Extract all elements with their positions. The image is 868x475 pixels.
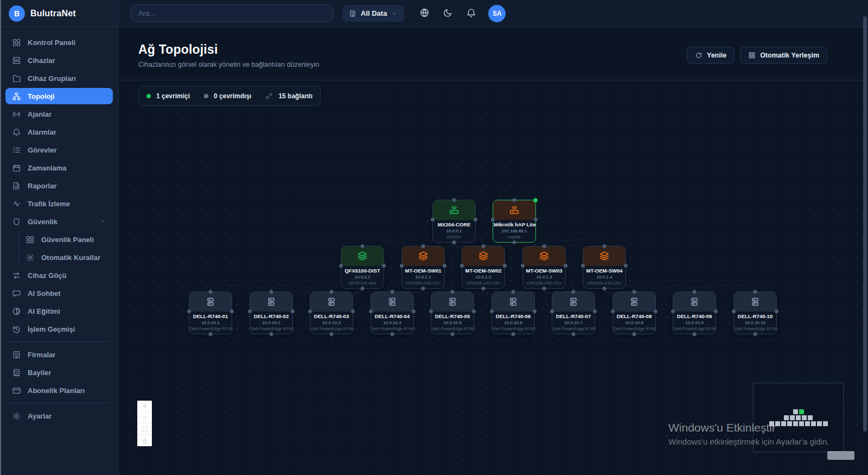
topology-node-dell-r740-02[interactable]: DELL-R740-0210.0.10.2Dell PowerEdge R740 bbox=[250, 292, 293, 334]
connection-handle[interactable] bbox=[693, 332, 697, 336]
auto-layout-button[interactable]: Otomatik Yerleşim bbox=[740, 47, 827, 64]
connection-handle[interactable] bbox=[534, 218, 538, 221]
connection-handle[interactable] bbox=[472, 309, 476, 313]
connection-handle[interactable] bbox=[339, 264, 343, 268]
topology-node-mt-oem-sw02[interactable]: MT-OEM-SW0210.0.1.2CRS326-24G-2S+ bbox=[462, 246, 505, 289]
connection-handle[interactable] bbox=[491, 218, 495, 221]
data-scope-dropdown[interactable]: All Data bbox=[342, 5, 404, 22]
connection-handle[interactable] bbox=[572, 290, 576, 294]
connection-handle[interactable] bbox=[248, 309, 252, 313]
sidebar-item-bayiler[interactable]: Bayiler bbox=[5, 364, 113, 381]
theme-toggle-button[interactable] bbox=[443, 8, 453, 20]
connection-handle[interactable] bbox=[654, 309, 658, 313]
connection-handle[interactable] bbox=[422, 287, 425, 290]
fit-view-button[interactable] bbox=[137, 423, 152, 435]
connection-handle[interactable] bbox=[572, 332, 576, 336]
connection-handle[interactable] bbox=[230, 309, 234, 313]
connection-handle[interactable] bbox=[482, 287, 486, 290]
topology-node-mx204-core[interactable]: MX204-CORE10.0.0.1MX204 bbox=[432, 200, 476, 243]
connection-handle[interactable] bbox=[452, 240, 456, 244]
connection-handle[interactable] bbox=[542, 287, 546, 290]
sidebar-item-raporlar[interactable]: Raporlar bbox=[5, 178, 113, 194]
connection-handle[interactable] bbox=[633, 290, 636, 294]
connection-handle[interactable] bbox=[732, 309, 736, 313]
sidebar-item-trafik-i-zleme[interactable]: Trafik İzleme bbox=[5, 195, 113, 212]
connection-handle[interactable] bbox=[714, 309, 718, 313]
connection-handle[interactable] bbox=[330, 332, 334, 336]
connection-handle[interactable] bbox=[754, 290, 757, 294]
connection-handle[interactable] bbox=[361, 244, 365, 248]
connection-handle[interactable] bbox=[412, 309, 416, 313]
connection-handle[interactable] bbox=[581, 264, 585, 268]
minimap[interactable] bbox=[753, 383, 844, 452]
connection-handle[interactable] bbox=[474, 218, 477, 221]
notifications-button[interactable] bbox=[466, 8, 476, 20]
topology-node-mt-oem-sw04[interactable]: MT-OEM-SW0410.0.1.4CRS326-24G-2S+ bbox=[583, 246, 626, 289]
connection-handle[interactable] bbox=[451, 290, 455, 294]
connection-handle[interactable] bbox=[693, 290, 697, 294]
sidebar-item-ai-egitimi[interactable]: AI Eğitimi bbox=[5, 303, 113, 319]
connection-handle[interactable] bbox=[270, 332, 273, 336]
sidebar-item-guvenlik[interactable]: Güvenlik bbox=[5, 213, 113, 230]
connection-handle[interactable] bbox=[443, 264, 446, 268]
sidebar-item-i-slem-gecmisi[interactable]: İşlem Geçmişi bbox=[5, 321, 113, 337]
connection-handle[interactable] bbox=[513, 240, 516, 244]
connection-handle[interactable] bbox=[451, 332, 455, 336]
connection-handle[interactable] bbox=[512, 290, 515, 294]
sidebar-item-cihazlar[interactable]: Cihazlar bbox=[5, 52, 113, 68]
connection-handle[interactable] bbox=[330, 290, 334, 294]
connection-handle[interactable] bbox=[754, 332, 757, 336]
topology-node-mt-oem-sw03[interactable]: MT-OEM-SW0310.0.1.3CRS326-24G-2S+ bbox=[522, 246, 566, 289]
vertical-scrollbar[interactable] bbox=[863, 16, 867, 432]
sidebar-item-gorevler[interactable]: Görevler bbox=[5, 142, 113, 158]
connection-handle[interactable] bbox=[460, 264, 464, 268]
sidebar-item-guvenlik-paneli[interactable]: Güvenlik Paneli bbox=[18, 231, 113, 248]
user-avatar[interactable]: SA bbox=[488, 5, 506, 22]
connection-handle[interactable] bbox=[187, 309, 191, 313]
topology-node-mt-oem-sw01[interactable]: MT-OEM-SW0110.0.1.1CRS326-24G-2S+ bbox=[401, 246, 445, 289]
language-button[interactable] bbox=[419, 8, 430, 20]
connection-handle[interactable] bbox=[521, 264, 525, 268]
connection-handle[interactable] bbox=[361, 287, 365, 290]
topology-node-dell-r740-08[interactable]: DELL-R740-0810.0.10.8Dell PowerEdge R740 bbox=[612, 292, 656, 334]
topology-node-dell-r740-06[interactable]: DELL-R740-0610.0.10.6Dell PowerEdge R740 bbox=[492, 292, 535, 334]
topology-node-mikrotik-hap-lite[interactable]: Mikrotik hAP Lite192.168.88.1haplite bbox=[493, 200, 536, 243]
connection-handle[interactable] bbox=[369, 309, 373, 313]
topology-node-dell-r740-09[interactable]: DELL-R740-0910.0.10.9Dell PowerEdge R740 bbox=[673, 292, 716, 334]
connection-handle[interactable] bbox=[503, 264, 507, 268]
connection-handle[interactable] bbox=[603, 244, 607, 248]
topology-node-dell-r740-01[interactable]: DELL-R740-0110.0.10.1Dell PowerEdge R740 bbox=[189, 292, 232, 334]
connection-handle[interactable] bbox=[775, 309, 778, 313]
connection-handle[interactable] bbox=[291, 309, 295, 313]
connection-handle[interactable] bbox=[429, 309, 433, 313]
connection-handle[interactable] bbox=[611, 309, 615, 313]
topology-node-dell-r740-10[interactable]: DELL-R740-1010.0.10.10Dell PowerEdge R74… bbox=[733, 292, 777, 334]
sidebar-item-otomatik-kurallar[interactable]: Otomatik Kurallar bbox=[18, 249, 113, 265]
connection-handle[interactable] bbox=[542, 244, 546, 248]
connection-handle[interactable] bbox=[593, 309, 597, 313]
connection-handle[interactable] bbox=[209, 290, 213, 294]
brand[interactable]: B BulutraNet bbox=[0, 0, 118, 27]
connection-handle[interactable] bbox=[391, 290, 394, 294]
topology-node-dell-r740-04[interactable]: DELL-R740-0410.0.10.4Dell PowerEdge R740 bbox=[371, 292, 414, 334]
connection-handle[interactable] bbox=[512, 332, 515, 336]
connection-handle[interactable] bbox=[603, 287, 607, 290]
connection-handle[interactable] bbox=[452, 198, 456, 202]
connection-handle[interactable] bbox=[624, 264, 628, 268]
connection-handle[interactable] bbox=[564, 264, 567, 268]
connection-handle[interactable] bbox=[513, 198, 516, 202]
connection-handle[interactable] bbox=[422, 244, 425, 248]
connection-handle[interactable] bbox=[382, 264, 386, 268]
connection-handle[interactable] bbox=[490, 309, 494, 313]
connection-handle[interactable] bbox=[209, 332, 213, 336]
connection-handle[interactable] bbox=[550, 309, 554, 313]
connection-handle[interactable] bbox=[431, 218, 435, 221]
connection-handle[interactable] bbox=[633, 332, 636, 336]
sidebar-item-cihaz-gruplari[interactable]: Cihaz Grupları bbox=[5, 70, 113, 86]
zoom-in-button[interactable] bbox=[137, 401, 152, 412]
search-input[interactable] bbox=[130, 4, 334, 22]
connection-handle[interactable] bbox=[351, 309, 355, 313]
topology-node-qfx5100-dist[interactable]: QFX5100-DIST10.0.0.2QFX5100-48S bbox=[341, 246, 384, 289]
sidebar-item-ai-sohbet[interactable]: AI Sohbet bbox=[5, 285, 113, 301]
connection-handle[interactable] bbox=[671, 309, 675, 313]
